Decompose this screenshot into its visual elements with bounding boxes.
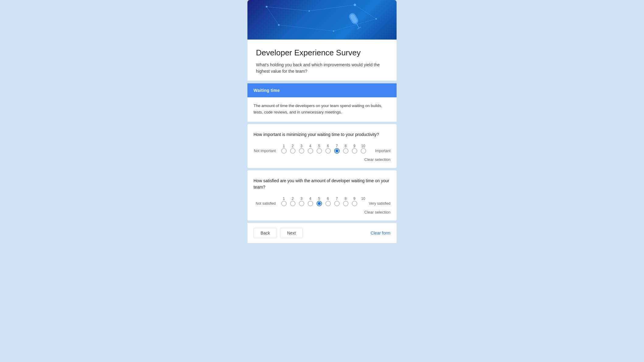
scale-nums-2: 1 2 3 4 5 6 7 8 9 10	[279, 197, 390, 201]
svg-line-4	[279, 25, 334, 31]
scale-num-2-7: 7	[332, 197, 341, 201]
question-text-2: How satisfied are you with the amount of…	[254, 178, 390, 190]
radio-circle-2-5[interactable]	[317, 201, 322, 206]
scale-numbers-row-2: 1 2 3 4 5 6 7 8 9 10	[254, 197, 390, 201]
radio-circle-2-7[interactable]	[334, 201, 340, 206]
svg-point-11	[333, 30, 334, 32]
topic-section: Waiting time The amount of time the deve…	[247, 83, 397, 122]
svg-point-9	[376, 18, 377, 20]
radio-2-5[interactable]	[315, 201, 324, 206]
radio-circle-1-9[interactable]	[352, 148, 357, 154]
scale-min-label-2: Not satisfied	[254, 201, 279, 206]
scale-num-2-10: 10	[359, 197, 368, 201]
scale-num-1-1: 1	[279, 144, 288, 148]
svg-point-8	[354, 4, 356, 6]
radio-2-6[interactable]	[324, 201, 332, 206]
radio-circle-1-2[interactable]	[290, 148, 296, 154]
radio-1-9[interactable]	[350, 148, 359, 154]
radio-circle-2-8[interactable]	[343, 201, 348, 206]
scale-radios-1	[279, 148, 372, 154]
radio-1-5[interactable]	[315, 148, 324, 154]
clear-selection-2[interactable]: Clear selection	[254, 210, 390, 214]
svg-line-0	[267, 7, 309, 11]
radio-1-6[interactable]	[324, 148, 332, 154]
scale-num-1-6: 6	[324, 144, 332, 148]
scale-max-label-2: Very satisfied	[369, 201, 390, 206]
svg-line-2	[355, 5, 376, 19]
radio-circle-2-1[interactable]	[281, 201, 287, 206]
svg-point-6	[266, 6, 268, 8]
radio-2-4[interactable]	[306, 201, 315, 206]
radio-circle-2-2[interactable]	[290, 201, 296, 206]
radio-circle-1-4[interactable]	[308, 148, 313, 154]
scale-num-1-2: 2	[288, 144, 297, 148]
scale-nums-1: 1 2 3 4 5 6 7 8 9 10	[279, 144, 390, 148]
nav-left: Back Next	[254, 228, 303, 238]
scale-radios-row-2: Not satisfied Very satisfied	[254, 201, 390, 206]
radio-circle-2-3[interactable]	[299, 201, 304, 206]
radio-circle-1-10[interactable]	[361, 148, 366, 154]
radio-2-7[interactable]	[332, 201, 341, 206]
radio-1-2[interactable]	[288, 148, 297, 154]
survey-title: Developer Experience Survey	[256, 48, 388, 57]
radio-circle-2-4[interactable]	[308, 201, 313, 206]
radio-circle-1-8[interactable]	[343, 148, 348, 154]
scale-num-1-10: 10	[359, 144, 368, 148]
radio-1-3[interactable]	[297, 148, 306, 154]
radio-circle-2-9[interactable]	[352, 201, 357, 206]
radio-circle-1-1[interactable]	[281, 148, 287, 154]
radio-1-10[interactable]	[359, 148, 368, 154]
radio-circle-1-3[interactable]	[299, 148, 304, 154]
scale-num-1-4: 4	[306, 144, 315, 148]
scale-num-1-7: 7	[332, 144, 341, 148]
question-card-2: How satisfied are you with the amount of…	[247, 170, 397, 221]
scale-num-1-9: 9	[350, 144, 359, 148]
svg-point-7	[309, 10, 310, 12]
survey-title-section: Developer Experience Survey What's holdi…	[247, 40, 397, 81]
radio-2-9[interactable]	[350, 201, 359, 206]
radio-2-3[interactable]	[297, 201, 306, 206]
radio-circle-1-6[interactable]	[325, 148, 331, 154]
scale-num-2-4: 4	[306, 197, 315, 201]
scale-min-label-1: Not important	[254, 149, 279, 153]
survey-subtitle: What's holding you back and which improv…	[256, 62, 388, 75]
topic-description: The amount of time the developers on you…	[247, 97, 397, 122]
clear-form-button[interactable]: Clear form	[371, 231, 390, 235]
radio-circle-1-7[interactable]	[334, 148, 340, 154]
scale-num-2-3: 3	[297, 197, 306, 201]
question-card-1: How important is minimizing your waiting…	[247, 124, 397, 168]
back-button[interactable]: Back	[254, 228, 277, 238]
svg-line-3	[267, 7, 279, 25]
next-button[interactable]: Next	[280, 228, 303, 238]
scale-radios-row-1: Not important Important	[254, 148, 390, 154]
scale-num-2-6: 6	[324, 197, 332, 201]
radio-1-7[interactable]	[332, 148, 341, 154]
scale-radios-2	[279, 201, 366, 206]
radio-1-8[interactable]	[341, 148, 350, 154]
scale-num-1-5: 5	[315, 144, 324, 148]
svg-line-1	[309, 5, 355, 11]
radio-2-2[interactable]	[288, 201, 297, 206]
page-wrapper: Developer Experience Survey What's holdi…	[0, 0, 644, 362]
scale-num-2-5: 5	[315, 197, 324, 201]
nav-section: Back Next Clear form	[247, 223, 397, 243]
topic-header-text: Waiting time	[254, 88, 280, 93]
scale-num-2-8: 8	[341, 197, 350, 201]
scale-num-1-8: 8	[341, 144, 350, 148]
clear-selection-1[interactable]: Clear selection	[254, 157, 390, 162]
survey-container: Developer Experience Survey What's holdi…	[247, 0, 397, 243]
topic-header: Waiting time	[247, 83, 397, 97]
scale-num-1-3: 3	[297, 144, 306, 148]
scale-num-2-2: 2	[288, 197, 297, 201]
radio-1-4[interactable]	[306, 148, 315, 154]
radio-1-1[interactable]	[279, 148, 288, 154]
question-text-1: How important is minimizing your waiting…	[254, 131, 390, 138]
rating-scale-1: 1 2 3 4 5 6 7 8 9 10 Not important	[254, 144, 390, 154]
radio-2-1[interactable]	[279, 201, 288, 206]
radio-circle-1-5[interactable]	[317, 148, 322, 154]
scale-num-2-1: 1	[279, 197, 288, 201]
scale-max-label-1: Important	[375, 149, 390, 153]
survey-banner	[247, 0, 397, 40]
radio-circle-2-6[interactable]	[325, 201, 331, 206]
radio-2-8[interactable]	[341, 201, 350, 206]
